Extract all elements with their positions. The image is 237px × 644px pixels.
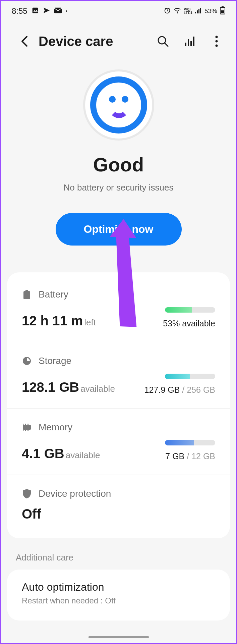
svg-rect-30 [27,430,27,431]
svg-rect-22 [23,291,30,299]
svg-rect-5 [195,12,196,13]
svg-rect-27 [28,424,29,425]
svg-point-20 [216,45,218,47]
memory-row[interactable]: Memory 4.1 GBavailable 7 GB / 12 GB [7,409,230,475]
volte-icon: Vo))LTE1 [184,7,192,15]
battery-pct: 53% [204,7,217,15]
auto-optimization-title: Auto optimization [22,581,215,593]
svg-rect-31 [28,430,29,431]
status-smiley-icon [85,71,152,139]
page-title: Device care [39,34,145,49]
storage-suffix: available [80,384,115,394]
status-time: 8:55 [12,6,27,16]
home-indicator[interactable] [88,636,149,638]
protection-row[interactable]: Device protection Off [7,475,230,535]
svg-rect-25 [25,424,26,425]
svg-rect-15 [188,39,189,46]
svg-rect-6 [197,10,198,13]
gallery-icon [32,7,39,16]
storage-total: 256 GB [187,385,215,394]
svg-rect-17 [193,37,194,46]
svg-point-12 [158,37,166,44]
svg-rect-24 [23,424,24,425]
storage-value: 128.1 GB [22,380,79,394]
battery-icon [220,6,225,16]
storage-used: 127.9 GB [144,385,180,394]
status-title: Good [14,153,223,176]
svg-rect-8 [200,8,201,13]
battery-value: 12 h 11 m [22,313,83,328]
memory-total: 12 GB [191,451,215,461]
battery-label: Battery [39,289,68,300]
app-bar: Device care [1,21,236,61]
svg-rect-26 [27,424,27,425]
svg-line-13 [165,43,168,46]
stats-button[interactable] [181,33,198,50]
auto-optimization-subtitle: Restart when needed : Off [22,596,215,605]
svg-point-18 [216,36,218,38]
svg-rect-23 [23,425,31,430]
hero-section: Good No battery or security issues Optim… [1,61,236,262]
svg-rect-0 [32,7,38,13]
care-card: Battery 12 h 11 mleft 53% available Stor… [7,272,230,538]
memory-value: 4.1 GB [22,446,64,461]
protection-label: Device protection [39,488,111,499]
svg-rect-28 [23,430,24,431]
memory-bar [165,440,215,445]
battery-icon [22,289,32,300]
additional-care-header: Additional care [1,542,236,570]
battery-row[interactable]: Battery 12 h 11 mleft 53% available [7,276,230,342]
memory-label: Memory [39,422,72,433]
more-notifications-dot: • [66,8,67,14]
memory-icon [22,422,32,432]
svg-rect-16 [190,41,192,46]
protection-value: Off [22,506,41,521]
more-button[interactable] [208,33,225,50]
battery-bar [165,307,215,313]
storage-label: Storage [39,356,71,366]
divider [22,615,215,615]
storage-bar [165,374,215,379]
status-bar: 8:55 • Vo))LTE1 53% [1,1,236,21]
back-button[interactable] [20,35,29,48]
optimize-button[interactable]: Optimize now [56,213,182,246]
svg-rect-14 [185,43,186,46]
svg-rect-7 [198,9,199,13]
signal-icon [195,7,202,15]
alarm-icon [164,7,171,16]
wifi-icon [174,7,181,15]
memory-suffix: available [66,450,100,460]
svg-point-4 [177,12,178,13]
search-button[interactable] [154,33,172,50]
battery-available: 53% available [163,319,215,328]
storage-row[interactable]: Storage 128.1 GBavailable 127.9 GB / 256… [7,342,230,409]
status-subtitle: No battery or security issues [14,182,223,193]
shield-icon [22,489,32,499]
mail-icon [54,7,62,15]
memory-used: 7 GB [165,451,184,461]
storage-icon [22,356,32,366]
svg-rect-11 [221,10,224,13]
svg-point-19 [216,40,218,43]
svg-rect-21 [25,290,28,291]
auto-optimization-row[interactable]: Auto optimization Restart when needed : … [7,570,230,621]
send-icon [43,7,50,16]
svg-rect-29 [25,430,26,431]
battery-suffix: left [84,317,96,327]
